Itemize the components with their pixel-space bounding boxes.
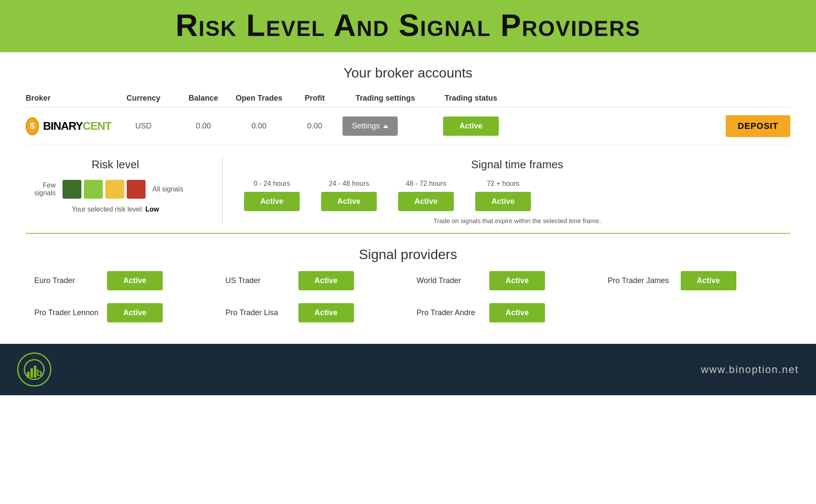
time-frame-72-plus-button[interactable]: Active <box>475 192 531 211</box>
provider-world-trader-button[interactable]: Active <box>489 271 545 290</box>
broker-row: $ BINARYCENT USD 0.00 0.00 0.00 Settings… <box>26 107 790 145</box>
risk-level-title: Risk level <box>26 158 205 171</box>
provider-world-trader: World Trader Active <box>408 271 599 290</box>
time-frame-72-plus: 72 + hours Active <box>475 180 531 211</box>
page-title: Risk Level And Signal Providers <box>0 8 816 43</box>
col-header-balance: Balance <box>176 94 231 103</box>
providers-grid: Euro Trader Active US Trader Active Worl… <box>26 271 790 322</box>
signal-info-text: Trade on signals that expire within the … <box>244 217 790 224</box>
settings-label: Settings <box>352 122 380 131</box>
risk-bar-high[interactable] <box>127 180 146 199</box>
provider-us-trader-button[interactable]: Active <box>298 271 354 290</box>
time-frame-0-24: 0 - 24 hours Active <box>244 180 300 211</box>
provider-pro-trader-lisa: Pro Trader Lisa Active <box>217 303 408 322</box>
broker-open-trades: 0.00 <box>231 122 287 131</box>
binoption-logo-icon: b <box>24 359 45 380</box>
provider-pro-trader-lisa-name: Pro Trader Lisa <box>226 308 290 317</box>
broker-name-part1: BINARY <box>43 119 83 132</box>
risk-bar-low[interactable] <box>63 180 81 199</box>
main-content: Your broker accounts Broker Currency Bal… <box>0 52 816 335</box>
risk-label-right: All signals <box>152 185 187 193</box>
signal-providers-section: Signal providers Euro Trader Active US T… <box>26 234 790 335</box>
broker-balance: 0.00 <box>176 122 231 131</box>
col-header-opentrades: Open Trades <box>231 94 287 103</box>
risk-signal-section: Risk level Few signals All signals Your … <box>26 149 790 234</box>
provider-pro-trader-james-button[interactable]: Active <box>681 271 736 290</box>
time-frame-0-24-label: 0 - 24 hours <box>253 180 290 188</box>
provider-pro-trader-lennon-name: Pro Trader Lennon <box>34 308 98 317</box>
broker-coin-icon: $ <box>26 117 39 135</box>
provider-pro-trader-andre-button[interactable]: Active <box>489 303 545 322</box>
signal-providers-title: Signal providers <box>26 247 790 262</box>
provider-us-trader-name: US Trader <box>226 276 290 285</box>
provider-us-trader: US Trader Active <box>217 271 408 290</box>
risk-level-panel: Risk level Few signals All signals Your … <box>26 158 223 224</box>
arrow-up-icon <box>383 125 388 128</box>
broker-accounts-section: Your broker accounts Broker Currency Bal… <box>26 65 790 145</box>
broker-accounts-title: Your broker accounts <box>26 65 790 81</box>
risk-bar-medium-low[interactable] <box>84 180 103 199</box>
provider-euro-trader-name: Euro Trader <box>34 276 98 285</box>
provider-euro-trader: Euro Trader Active <box>26 271 217 290</box>
time-frame-48-72: 48 - 72 hours Active <box>398 180 454 211</box>
time-frame-0-24-button[interactable]: Active <box>244 192 300 211</box>
risk-selected-label: Your selected risk level: <box>72 206 144 213</box>
risk-selected-text: Your selected risk level: Low <box>26 206 205 213</box>
time-frame-48-72-button[interactable]: Active <box>398 192 454 211</box>
col-header-tradingstatus: Trading status <box>428 94 514 103</box>
deposit-button[interactable]: DEPOSIT <box>726 115 790 137</box>
footer-url: www.binoption.net <box>701 364 799 376</box>
time-frame-24-48: 24 - 48 hours Active <box>321 180 377 211</box>
broker-settings-col: Settings <box>342 116 428 136</box>
svg-text:b: b <box>36 367 42 378</box>
broker-logo: $ BINARYCENT <box>26 117 111 135</box>
broker-status-col: Active <box>428 116 514 136</box>
page-header: Risk Level And Signal Providers <box>0 0 816 52</box>
settings-button[interactable]: Settings <box>342 116 398 136</box>
broker-name-part2: CENT <box>83 119 111 132</box>
footer: b www.binoption.net <box>0 344 816 395</box>
time-frame-24-48-button[interactable]: Active <box>321 192 377 211</box>
signal-time-title: Signal time frames <box>244 158 790 171</box>
broker-currency: USD <box>111 122 176 131</box>
time-frame-48-72-label: 48 - 72 hours <box>406 180 446 188</box>
risk-bars[interactable] <box>63 180 146 199</box>
col-header-currency: Currency <box>111 94 176 103</box>
risk-selected-value: Low <box>145 206 159 213</box>
provider-pro-trader-andre: Pro Trader Andre Active <box>408 303 599 322</box>
broker-active-button[interactable]: Active <box>443 116 499 136</box>
provider-euro-trader-button[interactable]: Active <box>107 271 163 290</box>
col-header-profit: Profit <box>287 94 342 103</box>
provider-pro-trader-james: Pro Trader James Active <box>599 271 791 290</box>
broker-deposit-col: DEPOSIT <box>726 115 790 137</box>
risk-bar-medium-high[interactable] <box>105 180 124 199</box>
signal-time-panel: Signal time frames 0 - 24 hours Active 2… <box>223 158 790 224</box>
provider-world-trader-name: World Trader <box>417 276 481 285</box>
svg-rect-2 <box>30 368 33 378</box>
col-header-broker: Broker <box>26 94 111 103</box>
time-frames-row: 0 - 24 hours Active 24 - 48 hours Active… <box>244 180 790 211</box>
broker-table-header: Broker Currency Balance Open Trades Prof… <box>26 89 790 107</box>
provider-pro-trader-james-name: Pro Trader James <box>608 276 672 285</box>
svg-rect-1 <box>27 372 30 378</box>
risk-label-left: Few signals <box>26 182 56 197</box>
broker-name: BINARYCENT <box>43 119 112 133</box>
risk-slider-row: Few signals All signals <box>26 180 205 199</box>
provider-pro-trader-lennon: Pro Trader Lennon Active <box>26 303 217 322</box>
provider-pro-trader-lisa-button[interactable]: Active <box>298 303 354 322</box>
provider-pro-trader-andre-name: Pro Trader Andre <box>417 308 481 317</box>
time-frame-72-plus-label: 72 + hours <box>487 180 519 188</box>
footer-logo: b <box>17 352 51 387</box>
col-header-tradingsettings: Trading settings <box>342 94 428 103</box>
provider-pro-trader-lennon-button[interactable]: Active <box>107 303 163 322</box>
broker-profit: 0.00 <box>287 122 342 131</box>
time-frame-24-48-label: 24 - 48 hours <box>329 180 369 188</box>
